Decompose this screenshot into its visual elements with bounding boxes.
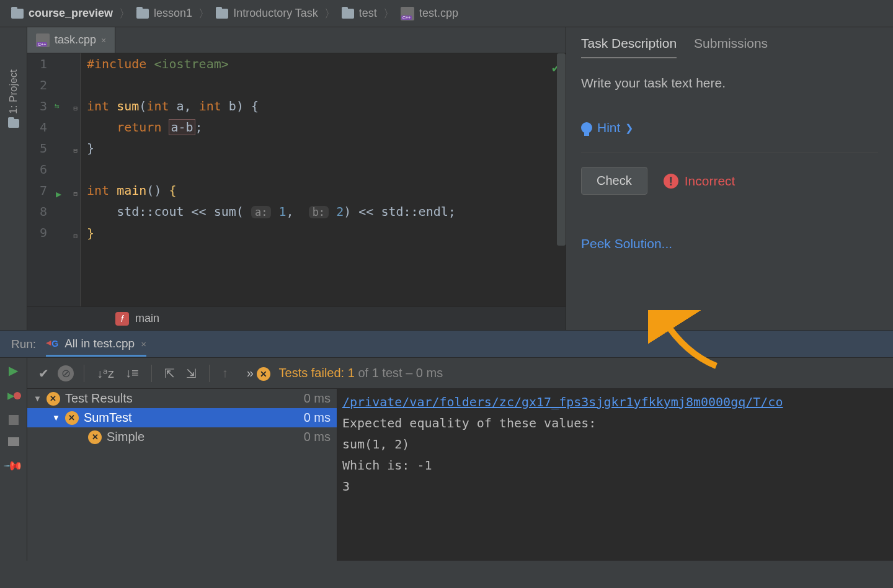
run-gutter: ▶ 📌 (0, 358, 27, 561)
peek-solution-link[interactable]: Peek Solution... (566, 208, 893, 279)
test-summary: » ✕ Tests failed: 1 of 1 test – 0 ms (247, 366, 443, 381)
chevron-down-icon[interactable]: ▼ (52, 413, 60, 422)
tab-submissions[interactable]: Submissions (694, 36, 768, 58)
layout-icon[interactable] (8, 437, 19, 446)
chevron-down-icon[interactable]: ▼ (33, 394, 42, 403)
chevron-right-icon: ❯ (625, 122, 633, 134)
editor-body[interactable]: 1 2 3 4 5 6 7 8 9 ⇆ ⊟ ⊟ ▶ ⊟ ⊟ ✔ #in (27, 53, 566, 306)
pin-icon[interactable]: 📌 (2, 455, 24, 477)
expand-all-icon[interactable]: ⇱ (162, 363, 177, 383)
failed-badge-icon: ✕ (257, 367, 270, 381)
scrollbar[interactable] (557, 53, 566, 246)
rerun-failed-icon[interactable] (7, 390, 20, 403)
tool-window-bar-left: 1: Project (0, 27, 27, 330)
sort-icon[interactable]: ↓ᵃz (94, 363, 117, 383)
run-panel: ▶ 📌 ✔ ⊘ ↓ᵃz ↓≡ ⇱ ⇲ ↑ » ✕ Tests failed: 1… (0, 357, 893, 561)
editor-structure-breadcrumb: f main (27, 306, 566, 330)
breadcrumb-item-4[interactable]: test.cpp (401, 7, 458, 20)
project-tool-button[interactable]: 1: Project (7, 65, 20, 119)
stop-icon[interactable] (9, 415, 19, 425)
folder-icon (8, 119, 19, 128)
tab-task-description[interactable]: Task Description (581, 36, 677, 58)
hint-link[interactable]: Hint ❯ (581, 120, 878, 135)
line-numbers: 1 2 3 4 5 6 7 8 9 (27, 53, 51, 306)
editor-tab-label: task.cpp (55, 33, 96, 47)
breadcrumb-item-2[interactable]: Introductory Task (216, 7, 318, 20)
bulb-icon (581, 122, 592, 133)
run-gutter-icon[interactable]: ▶ (56, 184, 61, 205)
cpp-file-icon (36, 33, 50, 47)
editor-tab-task-cpp[interactable]: task.cpp × (27, 27, 115, 53)
fold-icon[interactable]: ⊟ (73, 98, 78, 119)
task-body: Write your task text here. Hint ❯ (566, 58, 893, 153)
show-ignored-icon[interactable]: ⊘ (58, 365, 74, 381)
rerun-icon[interactable]: ▶ (9, 363, 18, 378)
breadcrumb-sep: 〉 (117, 6, 133, 21)
editor: task.cpp × 1 2 3 4 5 6 7 8 9 ⇆ ⊟ ⊟ ▶ ⊟ (27, 27, 566, 330)
sort-duration-icon[interactable]: ↓≡ (123, 363, 141, 383)
prev-test-icon[interactable]: ↑ (220, 363, 231, 383)
cpp-file-icon (401, 7, 414, 20)
fold-icon[interactable]: ⊟ (73, 140, 78, 161)
test-tree-root[interactable]: ▼ ✕ Test Results 0 ms (27, 389, 337, 408)
function-icon: f (115, 312, 129, 326)
breadcrumb: course_preview 〉 lesson1 〉 Introductory … (0, 0, 893, 27)
gtest-icon (46, 337, 58, 350)
folder-icon (11, 9, 24, 19)
check-row: Check ! Incorrect (566, 153, 893, 208)
show-passed-icon[interactable]: ✔ (36, 363, 51, 383)
test-tree-case[interactable]: ✕ Simple 0 ms (27, 427, 337, 447)
gutter: ⇆ ⊟ ⊟ ▶ ⊟ ⊟ (51, 53, 81, 306)
run-toolbar: ✔ ⊘ ↓ᵃz ↓≡ ⇱ ⇲ ↑ » ✕ Tests failed: 1 of … (27, 358, 893, 389)
folder-icon (216, 9, 228, 19)
editor-tabs: task.cpp × (27, 27, 566, 53)
run-header: Run: All in test.cpp × (0, 330, 893, 357)
check-button[interactable]: Check (581, 167, 647, 195)
console-output[interactable]: /private/var/folders/zc/gx17_fps3sjgkr1y… (337, 389, 893, 561)
folder-icon (342, 9, 354, 19)
console-link[interactable]: /private/var/folders/zc/gx17_fps3sjgkr1y… (342, 394, 783, 409)
task-tabs: Task Description Submissions (566, 27, 893, 58)
vcs-arrow-icon: ⇆ (55, 96, 60, 117)
test-tree[interactable]: ▼ ✕ Test Results 0 ms ▼ ✕ SumTest 0 ms ✕… (27, 389, 337, 561)
error-icon: ! (664, 174, 678, 189)
failed-badge-icon: ✕ (88, 430, 102, 444)
code-area[interactable]: ✔ #include <iostream> int sum(int a, int… (81, 53, 566, 306)
breadcrumb-item-3[interactable]: test (342, 7, 377, 20)
fold-icon[interactable]: ⊟ (73, 226, 78, 247)
structure-label[interactable]: main (135, 312, 159, 325)
status-incorrect: ! Incorrect (664, 174, 735, 189)
run-label: Run: (11, 337, 36, 351)
arrows: » (247, 366, 254, 380)
folder-icon (136, 9, 149, 19)
failed-badge-icon: ✕ (65, 411, 79, 425)
breadcrumb-item-0[interactable]: course_preview (11, 7, 113, 20)
close-icon[interactable]: × (101, 35, 106, 45)
failed-badge-icon: ✕ (47, 392, 60, 406)
collapse-all-icon[interactable]: ⇲ (184, 363, 199, 383)
test-tree-suite[interactable]: ▼ ✕ SumTest 0 ms (27, 408, 337, 427)
fold-icon[interactable]: ⊟ (73, 184, 78, 205)
close-icon[interactable]: × (141, 339, 146, 349)
task-text: Write your task text here. (581, 76, 878, 91)
run-configuration-tab[interactable]: All in test.cpp × (46, 337, 146, 357)
breadcrumb-item-1[interactable]: lesson1 (136, 7, 192, 20)
task-panel: Task Description Submissions Write your … (566, 27, 893, 330)
